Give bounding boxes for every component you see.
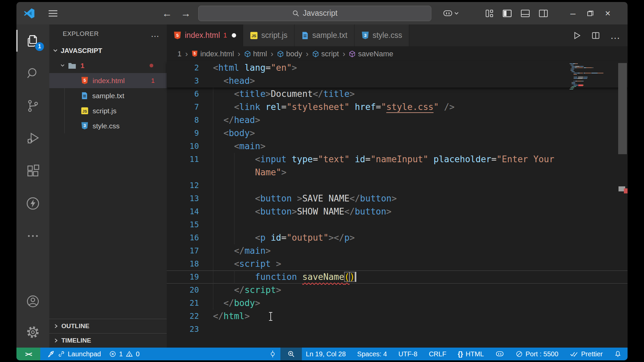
code-line[interactable]: 7 <link rel="stylesheet" href="style.css…: [167, 101, 628, 114]
line-number[interactable]: 3: [167, 74, 199, 87]
code-line[interactable]: 18 <script >: [167, 257, 628, 270]
line-number[interactable]: 23: [167, 323, 199, 336]
restore-button[interactable]: [582, 2, 599, 24]
line-number[interactable]: 9: [167, 127, 199, 140]
indentation[interactable]: Spaces: 4: [353, 348, 391, 360]
live-server-port[interactable]: Port : 5500: [512, 348, 562, 360]
breadcrumb-file[interactable]: 5 index.html: [192, 50, 234, 58]
tab-style-css[interactable]: 3 style.css: [355, 24, 409, 46]
line-number[interactable]: 12: [167, 179, 199, 192]
workspace-section[interactable]: JAVASCRIPT: [49, 43, 167, 58]
line-number[interactable]: 18: [167, 257, 199, 270]
code-line[interactable]: 21 </body>: [167, 297, 628, 310]
code-line[interactable]: 8 </head>: [167, 114, 628, 127]
line-number[interactable]: 17: [167, 244, 199, 257]
copilot-status[interactable]: [491, 348, 508, 360]
eol-sequence[interactable]: CRLF: [425, 348, 450, 360]
breadcrumb-folder[interactable]: 1: [177, 50, 181, 58]
formatter-status[interactable]: Prettier: [566, 348, 607, 360]
language-mode[interactable]: {} HTML: [454, 348, 488, 360]
line-number[interactable]: 15: [167, 218, 199, 231]
line-number[interactable]: 11: [167, 153, 199, 166]
line-number[interactable]: 22: [167, 310, 199, 323]
breadcrumb-symbol-html[interactable]: html: [244, 50, 267, 58]
line-number[interactable]: 2: [167, 61, 199, 74]
timeline-panel[interactable]: TIMELINE: [49, 333, 167, 348]
toggle-panel-icon[interactable]: [521, 9, 530, 18]
file-row-style-css[interactable]: 3 style.css: [49, 118, 167, 133]
run-button[interactable]: [573, 31, 581, 40]
line-number[interactable]: 13: [167, 192, 199, 205]
customize-layout-icon[interactable]: [485, 9, 494, 18]
line-number[interactable]: 6: [167, 87, 199, 101]
file-row-script-js[interactable]: JS script.js: [49, 103, 167, 118]
code-line[interactable]: Name">: [167, 166, 628, 179]
code-line[interactable]: 3 <head>: [167, 74, 628, 87]
code-line[interactable]: 20 </script>: [167, 284, 628, 297]
code-line[interactable]: 12: [167, 179, 628, 192]
more-views-icon[interactable]: [16, 220, 49, 252]
line-number[interactable]: 7: [167, 101, 199, 114]
breadcrumb-symbol-body[interactable]: body: [277, 50, 302, 58]
outline-panel[interactable]: OUTLINE: [49, 319, 167, 333]
problems-item[interactable]: 1 0: [105, 348, 144, 360]
minimap[interactable]: [570, 63, 616, 91]
zoom-indicator[interactable]: [280, 348, 302, 360]
code-line[interactable]: 14 <button>SHOW NAME</button>: [167, 205, 628, 218]
cursor-position[interactable]: Ln 19, Col 28: [302, 348, 350, 360]
code-line[interactable]: 2<html lang="en">: [167, 61, 628, 74]
code-line[interactable]: 11 <input type="text" id="nameInput" pla…: [167, 153, 628, 166]
line-number[interactable]: 14: [167, 205, 199, 218]
modified-dot-icon[interactable]: [232, 33, 236, 38]
explorer-activity-icon[interactable]: 1: [16, 24, 49, 57]
breadcrumb-symbol-savename[interactable]: saveName: [349, 50, 393, 58]
line-number[interactable]: [167, 166, 199, 179]
line-number[interactable]: 8: [167, 114, 199, 127]
accounts-icon[interactable]: [16, 286, 49, 317]
line-number[interactable]: 16: [167, 231, 199, 244]
source-control-activity-icon[interactable]: [16, 89, 49, 122]
notifications-bell[interactable]: [610, 348, 626, 360]
line-number[interactable]: 20: [167, 284, 199, 297]
toggle-sidebar-icon[interactable]: [502, 9, 512, 18]
extensions-activity-icon[interactable]: [16, 155, 49, 187]
split-editor-icon[interactable]: [591, 31, 600, 40]
vertical-scrollbar[interactable]: [618, 63, 627, 154]
tab-script-js[interactable]: JS script.js: [243, 24, 294, 46]
code-line[interactable]: 15: [167, 218, 628, 231]
command-center-search[interactable]: Javascript: [198, 6, 431, 21]
line-number[interactable]: 19: [167, 270, 199, 284]
folder-row[interactable]: 1: [49, 58, 167, 73]
run-debug-activity-icon[interactable]: [16, 122, 49, 155]
copilot-menu[interactable]: [443, 9, 459, 18]
tab-index-html[interactable]: 5 index.html 1: [167, 24, 243, 46]
close-button[interactable]: ×: [599, 2, 616, 24]
file-row-index-html[interactable]: 5 index.html 1: [49, 73, 167, 88]
launchpad-item[interactable]: Launchpad: [40, 348, 105, 360]
settings-gear-icon[interactable]: [16, 317, 49, 348]
code-line[interactable]: 9 <body>: [167, 127, 628, 140]
thunder-client-activity-icon[interactable]: [16, 187, 49, 220]
breadcrumb-symbol-script[interactable]: script: [312, 50, 339, 58]
menu-hamburger-icon[interactable]: [48, 9, 58, 17]
tab-sample-txt[interactable]: sample.txt: [294, 24, 355, 46]
screencast-indicator[interactable]: [265, 348, 280, 360]
code-line[interactable]: 13 <button >SAVE NAME</button>: [167, 192, 628, 205]
search-activity-icon[interactable]: [16, 57, 49, 89]
line-number[interactable]: 10: [167, 140, 199, 153]
remote-indicator[interactable]: ><: [16, 348, 40, 360]
file-row-sample-txt[interactable]: sample.txt: [49, 88, 167, 103]
forward-arrow-icon[interactable]: →: [181, 8, 191, 18]
minimize-button[interactable]: –: [564, 2, 582, 24]
code-line[interactable]: 10 <main>: [167, 140, 628, 153]
toggle-secondary-sidebar-icon[interactable]: [539, 9, 548, 18]
code-line[interactable]: 6 <title>Document</title>: [167, 87, 628, 101]
code-line[interactable]: 22</html>: [167, 310, 628, 323]
code-line[interactable]: 23: [167, 323, 628, 336]
code-line[interactable]: 16 <p id="output"></p>: [167, 231, 628, 244]
encoding[interactable]: UTF-8: [394, 348, 422, 360]
line-number[interactable]: 21: [167, 297, 199, 310]
code-line[interactable]: 17 </main>: [167, 244, 628, 257]
code-line[interactable]: 19 function saveName(): [167, 270, 628, 284]
back-arrow-icon[interactable]: ←: [162, 8, 172, 18]
